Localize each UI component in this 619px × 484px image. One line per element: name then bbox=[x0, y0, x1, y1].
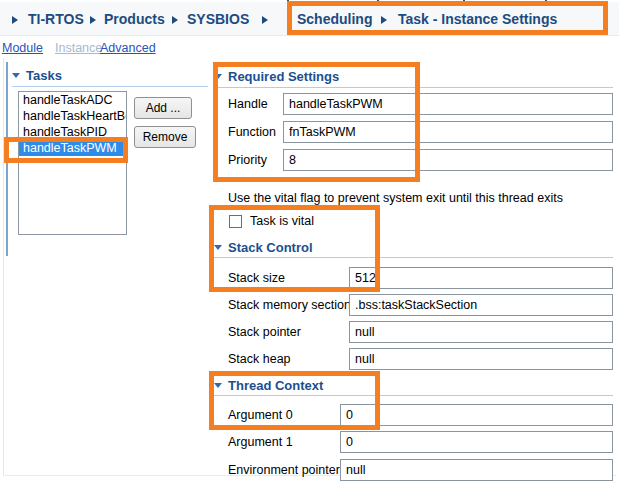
breadcrumb-separator-icon bbox=[262, 16, 268, 24]
stack-pointer-label: Stack pointer bbox=[228, 321, 301, 343]
vital-flag-hint: Use the vital flag to prevent system exi… bbox=[228, 191, 563, 205]
breadcrumb-root-arrow-icon[interactable] bbox=[12, 16, 18, 24]
stack-memory-section-label: Stack memory section bbox=[228, 294, 351, 316]
tasks-listbox[interactable]: handleTaskADC handleTaskHeartBeat handle… bbox=[18, 91, 127, 235]
tasks-section-rail bbox=[6, 62, 8, 256]
collapse-icon bbox=[214, 383, 222, 388]
argument-1-label: Argument 1 bbox=[228, 431, 293, 453]
breadcrumb-separator-icon bbox=[90, 16, 96, 24]
breadcrumb-item-scheduling[interactable]: Scheduling bbox=[297, 11, 372, 27]
advanced-view-link[interactable]: Advanced bbox=[100, 41, 156, 55]
task-instance-settings-page: TI-RTOS Products SYSBIOS Scheduling Task… bbox=[0, 0, 619, 484]
required-settings-title: Required Settings bbox=[228, 69, 339, 84]
stack-size-input[interactable] bbox=[349, 267, 613, 289]
tasks-section-header[interactable]: Tasks bbox=[12, 68, 208, 87]
stack-control-title: Stack Control bbox=[228, 240, 313, 255]
stack-heap-input[interactable] bbox=[349, 348, 613, 370]
left-frame-line bbox=[3, 58, 4, 475]
module-view-link[interactable]: Module bbox=[2, 41, 43, 55]
stack-pointer-input[interactable] bbox=[349, 321, 613, 343]
tasks-section-title: Tasks bbox=[26, 68, 62, 83]
thread-context-title: Thread Context bbox=[228, 378, 323, 393]
environment-pointer-input[interactable] bbox=[340, 459, 613, 481]
stack-heap-label: Stack heap bbox=[228, 348, 291, 370]
task-list-item[interactable]: handleTaskADC bbox=[19, 92, 126, 108]
function-input[interactable] bbox=[283, 121, 613, 143]
add-task-button[interactable]: Add ... bbox=[134, 97, 192, 119]
stack-control-section-header[interactable]: Stack Control bbox=[214, 240, 613, 258]
breadcrumb-separator-icon bbox=[172, 16, 178, 24]
task-list-item[interactable]: handleTaskHeartBeat bbox=[19, 108, 126, 124]
stack-memory-section-input[interactable] bbox=[349, 294, 613, 316]
argument-1-input[interactable] bbox=[340, 431, 613, 453]
task-is-vital-label: Task is vital bbox=[250, 214, 314, 228]
collapse-icon bbox=[214, 245, 222, 250]
environment-pointer-label: Environment pointer bbox=[228, 459, 340, 481]
argument-0-input[interactable] bbox=[340, 404, 613, 426]
argument-0-label: Argument 0 bbox=[228, 404, 293, 426]
thread-context-section-header[interactable]: Thread Context bbox=[214, 378, 613, 396]
task-list-item[interactable]: handleTaskPID bbox=[19, 124, 126, 140]
required-settings-section-header[interactable]: Required Settings bbox=[214, 69, 613, 88]
breadcrumb-item-task-instance-settings[interactable]: Task - Instance Settings bbox=[398, 11, 557, 27]
instance-view-link: Instance bbox=[55, 41, 102, 55]
function-label: Function bbox=[228, 121, 276, 143]
priority-label: Priority bbox=[228, 149, 267, 171]
collapse-icon bbox=[214, 74, 222, 79]
breadcrumb-separator-icon bbox=[381, 16, 387, 24]
breadcrumb-item-products[interactable]: Products bbox=[104, 11, 165, 27]
breadcrumb-item-sysbios[interactable]: SYSBIOS bbox=[187, 11, 249, 27]
task-list-item-selected[interactable]: handleTaskPWM bbox=[19, 140, 126, 156]
remove-task-button[interactable]: Remove bbox=[134, 126, 196, 148]
handle-label: Handle bbox=[228, 93, 268, 115]
priority-input[interactable] bbox=[283, 149, 613, 171]
handle-input[interactable] bbox=[283, 93, 613, 115]
task-is-vital-checkbox[interactable] bbox=[229, 215, 242, 228]
breadcrumb-item-ti-rtos[interactable]: TI-RTOS bbox=[28, 11, 84, 27]
collapse-icon bbox=[12, 73, 20, 78]
breadcrumb: TI-RTOS Products SYSBIOS Scheduling Task… bbox=[0, 2, 619, 36]
stack-size-label: Stack size bbox=[228, 267, 285, 289]
